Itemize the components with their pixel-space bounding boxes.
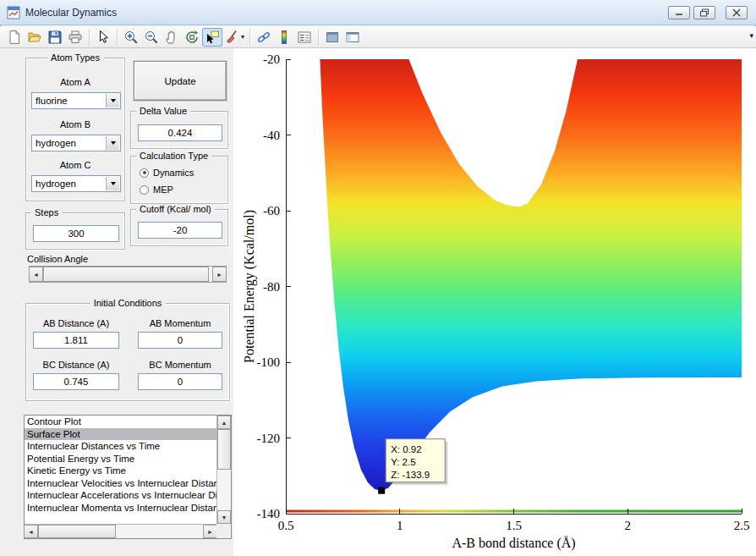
atom-types-title: Atom Types — [47, 52, 103, 63]
update-button[interactable]: Update — [134, 61, 227, 101]
atom-b-value: hydrogen — [36, 138, 76, 148]
scroll-up-arrow[interactable]: ▲ — [217, 416, 231, 429]
toolbar-overflow-arrow[interactable]: ▾ — [749, 31, 753, 40]
brush-icon — [225, 30, 240, 45]
list-item[interactable]: Internuclear Velocities vs Internuclear … — [25, 477, 216, 490]
minimize-button[interactable] — [668, 6, 690, 19]
svg-text:Y: 2.5: Y: 2.5 — [391, 457, 415, 467]
brush-dropdown-arrow[interactable]: ▾ — [241, 33, 244, 41]
insert-colorbar-button[interactable] — [274, 28, 294, 47]
atom-c-dropdown[interactable]: hydrogen — [31, 175, 121, 192]
slider-thumb[interactable] — [43, 267, 209, 282]
collision-angle-label: Collision Angle — [27, 254, 88, 264]
scroll-down-arrow[interactable]: ▼ — [217, 510, 231, 524]
list-item[interactable]: Internuclear Distances vs Time — [25, 440, 216, 453]
print-icon — [68, 30, 83, 45]
pan-button[interactable] — [162, 28, 182, 47]
figure-content: 0.511.522.5-140-120-100-80-60-40-20A-B b… — [0, 48, 756, 556]
bc-momentum-field[interactable] — [138, 373, 222, 390]
ab-distance-label: AB Distance (A) — [33, 318, 119, 328]
list-item[interactable]: Kinetic Energy vs Time — [25, 465, 216, 477]
list-item[interactable]: Surface Plot — [25, 428, 216, 441]
svg-text:X: 0.92: X: 0.92 — [391, 444, 421, 454]
atom-a-value: fluorine — [36, 96, 68, 106]
svg-text:-80: -80 — [263, 280, 280, 294]
horizontal-scroll-thumb[interactable] — [38, 525, 116, 538]
atom-c-label: Atom C — [26, 160, 124, 170]
initial-conditions-panel: Initial Conditions AB Distance (A) AB Mo… — [25, 303, 230, 401]
slider-left-arrow[interactable]: ◄ — [29, 267, 43, 282]
vertical-scroll-thumb[interactable] — [217, 429, 231, 470]
delta-value-panel: Delta Value — [130, 111, 228, 149]
collision-angle-slider[interactable]: ◄ ► — [29, 266, 227, 283]
atom-a-label: Atom A — [26, 77, 124, 87]
dropdown-button[interactable] — [106, 136, 119, 150]
list-horizontal-scrollbar[interactable]: ◄ ► — [25, 524, 216, 538]
minimize-icon — [674, 8, 684, 16]
zoom-in-button[interactable] — [121, 28, 141, 47]
new-file-button[interactable] — [4, 28, 25, 47]
chevron-down-icon — [111, 141, 116, 145]
plot-type-list[interactable]: Contour PlotSurface PlotInternuclear Dis… — [25, 416, 216, 524]
atom-a-dropdown[interactable]: fluorine — [31, 92, 121, 109]
list-item[interactable]: Internuclear Accelerations vs Internucle… — [25, 489, 216, 502]
new-file-icon — [7, 30, 22, 45]
open-file-button[interactable] — [25, 28, 45, 47]
edit-plot-button[interactable] — [93, 28, 113, 47]
cutoff-title: Cutoff (Kcal/ mol) — [136, 204, 215, 214]
list-item[interactable]: Contour Plot — [25, 416, 216, 428]
atom-b-dropdown[interactable]: hydrogen — [31, 135, 121, 151]
toolbar-separator — [318, 29, 319, 46]
titlebar[interactable]: Molecular Dynamics — [0, 0, 756, 25]
hide-plot-tools-button[interactable] — [322, 28, 342, 47]
svg-text:-120: -120 — [257, 432, 281, 445]
svg-text:-140: -140 — [257, 507, 281, 520]
hide-plot-tools-icon — [325, 30, 340, 45]
dropdown-button[interactable] — [106, 94, 119, 107]
steps-field[interactable] — [33, 225, 119, 242]
svg-text:-20: -20 — [263, 52, 280, 66]
edit-pointer-icon — [96, 30, 111, 45]
data-cursor-button[interactable] — [202, 28, 222, 47]
show-plot-tools-button[interactable] — [342, 28, 363, 47]
zoom-out-button[interactable] — [141, 28, 162, 47]
slider-right-arrow[interactable]: ► — [212, 267, 227, 282]
rotate-3d-button[interactable] — [182, 28, 202, 47]
radio-mep-label: MEP — [153, 184, 173, 195]
app-window: Molecular Dynamics — [0, 0, 756, 556]
atom-b-label: Atom B — [26, 119, 124, 129]
surface-plot[interactable]: 0.511.522.5-140-120-100-80-60-40-20A-B b… — [233, 48, 756, 556]
plot-type-listbox: Contour PlotSurface PlotInternuclear Dis… — [24, 415, 232, 539]
toolbar-separator — [89, 29, 90, 46]
radio-dynamics[interactable]: Dynamics — [140, 168, 194, 178]
atom-c-value: hydrogen — [36, 179, 76, 189]
dropdown-button[interactable] — [106, 177, 119, 190]
ab-distance-field[interactable] — [33, 332, 119, 349]
radio-mep[interactable]: MEP — [140, 184, 173, 195]
radio-dynamics-label: Dynamics — [153, 168, 194, 178]
link-plot-button[interactable] — [254, 28, 274, 47]
ab-momentum-field[interactable] — [138, 332, 222, 349]
scroll-right-arrow[interactable]: ► — [203, 525, 217, 538]
window-title: Molecular Dynamics — [25, 7, 117, 19]
cutoff-field[interactable] — [138, 222, 222, 239]
save-button[interactable] — [45, 28, 65, 47]
bc-distance-field[interactable] — [33, 373, 119, 390]
list-vertical-scrollbar[interactable]: ▲ ▼ — [216, 416, 231, 524]
scroll-left-arrow[interactable]: ◄ — [24, 525, 38, 538]
close-button[interactable] — [726, 6, 748, 19]
svg-text:Z: -133.9: Z: -133.9 — [391, 470, 430, 480]
zoom-out-icon — [144, 30, 159, 45]
insert-legend-button[interactable] — [294, 28, 315, 47]
insert-legend-icon — [297, 30, 312, 45]
calculation-type-panel: Calculation Type Dynamics MEP — [130, 156, 228, 204]
list-item[interactable]: Internuclear Momenta vs Internuclear Dis… — [25, 502, 216, 515]
print-button[interactable] — [65, 28, 85, 47]
brush-button[interactable] — [222, 28, 243, 47]
list-item[interactable]: Potential Energy vs Time — [25, 453, 216, 465]
svg-text:2: 2 — [625, 519, 632, 532]
save-icon — [47, 30, 63, 45]
delta-value-field[interactable] — [138, 124, 222, 141]
svg-text:-100: -100 — [257, 355, 281, 369]
restore-button[interactable] — [693, 6, 715, 19]
